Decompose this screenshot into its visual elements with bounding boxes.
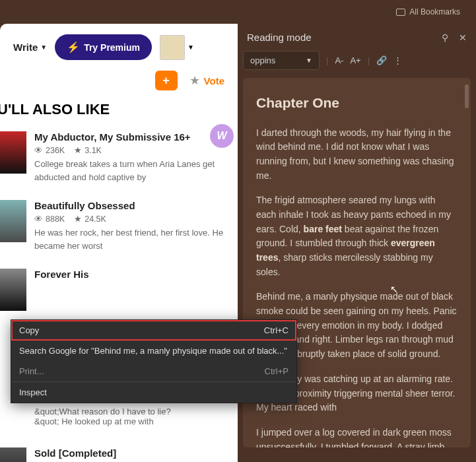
print-label: Print... <box>19 366 44 376</box>
star-icon: ★ <box>189 73 200 88</box>
premium-label: Try Premium <box>84 42 140 53</box>
text-fragment: &quot; He looked up at me with <box>0 416 224 426</box>
inspect-label: Inspect <box>19 387 47 397</box>
link-icon[interactable]: 🔗 <box>376 55 387 65</box>
copy-label: Copy <box>19 325 39 335</box>
mouse-cursor-icon: ↖ <box>390 282 398 297</box>
search-label: Search Google for "Behind me, a manly ph… <box>19 346 287 356</box>
list-item[interactable]: My Abductor, My Submissive 16+ 👁 236K ★ … <box>0 125 224 193</box>
context-menu-inspect[interactable]: Inspect <box>11 382 296 403</box>
vote-label: Vote <box>204 75 224 86</box>
list-item[interactable]: Sold [Completed] <box>0 441 224 462</box>
divider: | <box>368 55 370 65</box>
list-item[interactable]: Forever His <box>0 262 224 321</box>
user-menu[interactable]: ▼ <box>160 35 194 60</box>
context-menu-print[interactable]: Print... Ctrl+P <box>11 361 296 381</box>
book-cover <box>0 447 26 462</box>
write-label: Write <box>13 42 38 53</box>
folder-icon <box>396 9 405 16</box>
book-cover <box>0 269 26 311</box>
divider: | <box>326 55 328 65</box>
print-shortcut: Ctrl+P <box>265 366 289 376</box>
reading-mode-title: Reading mode <box>247 32 312 43</box>
book-cover <box>0 131 26 174</box>
bolt-icon: ⚡ <box>67 41 80 53</box>
paragraph: The frigid atmosphere seared my lungs wi… <box>256 193 458 279</box>
chevron-down-icon: ▼ <box>306 57 312 64</box>
write-dropdown[interactable]: Write ▼ <box>13 42 47 53</box>
chapter-title: Chapter One <box>256 92 458 114</box>
try-premium-button[interactable]: ⚡ Try Premium <box>55 34 152 60</box>
book-title: Beautifully Obsessed <box>34 200 224 211</box>
close-icon[interactable]: ✕ <box>459 32 467 43</box>
list-item[interactable]: Beautifully Obsessed 👁 888K ★ 24.5K He w… <box>0 193 224 262</box>
book-desc: College break takes a turn when Aria Lan… <box>34 158 224 183</box>
paragraph: I jumped over a log covered in dark gree… <box>256 426 458 447</box>
paragraph: I darted through the woods, my hair flyi… <box>256 126 458 183</box>
book-title: Forever His <box>34 269 89 280</box>
views-stat: 👁 236K <box>34 145 65 155</box>
views-stat: 👁 888K <box>34 214 65 224</box>
pin-icon[interactable]: ⚲ <box>442 32 448 43</box>
context-menu-search[interactable]: Search Google for "Behind me, a manly ph… <box>11 341 296 361</box>
add-button[interactable]: + <box>155 71 178 90</box>
section-title: U'LL ALSO LIKE <box>0 101 224 125</box>
more-icon[interactable]: ⋮ <box>393 55 402 65</box>
scrollbar[interactable] <box>465 84 469 441</box>
book-desc: He was her rock, her best friend, her fi… <box>34 226 224 252</box>
scrollbar-thumb[interactable] <box>465 84 469 108</box>
book-title: My Abductor, My Submissive 16+ <box>34 131 224 143</box>
book-title: Sold [Completed] <box>34 447 116 459</box>
stars-stat: ★ 3.1K <box>74 145 102 155</box>
font-smaller-button[interactable]: A- <box>335 55 343 65</box>
font-family-value: oppins <box>250 55 275 65</box>
font-larger-button[interactable]: A+ <box>350 55 360 65</box>
avatar <box>160 35 185 60</box>
context-menu-copy[interactable]: Copy Ctrl+C <box>11 320 296 341</box>
context-menu: Copy Ctrl+C Search Google for "Behind me… <box>11 319 297 403</box>
text-fragment: &quot;What reason do I have to lie? <box>0 407 224 416</box>
chevron-down-icon: ▼ <box>187 44 194 51</box>
font-family-select[interactable]: oppins ▼ <box>243 51 320 70</box>
copy-shortcut: Ctrl+C <box>264 325 289 335</box>
stars-stat: ★ 24.5K <box>74 214 106 224</box>
chevron-down-icon: ▼ <box>40 44 47 51</box>
wattpad-badge[interactable]: W <box>210 124 234 148</box>
book-cover <box>0 200 26 242</box>
bookmarks-link[interactable]: All Bookmarks <box>409 7 460 16</box>
vote-button[interactable]: ★ Vote <box>189 73 224 88</box>
